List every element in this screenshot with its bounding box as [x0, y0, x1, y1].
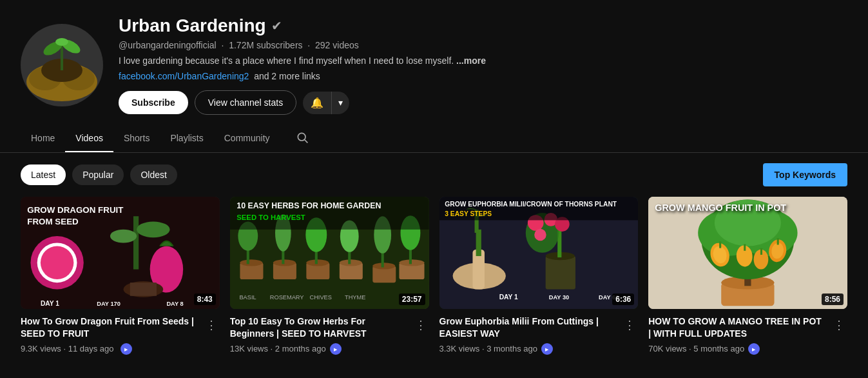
svg-point-13 [41, 246, 73, 279]
svg-point-7 [55, 38, 68, 46]
video-title-3: Grow Euphorbia Milii From Cuttings | EAS… [439, 315, 617, 341]
svg-rect-64 [476, 230, 481, 256]
notification-bell-button[interactable]: 🔔 [303, 92, 331, 114]
channel-video-count: 292 videos [315, 40, 359, 50]
channel-more-links: and 2 more links [251, 71, 320, 81]
video-card-4[interactable]: GROW MANGO FRUIT IN POT 8:56 HOW TO GROW… [648, 197, 847, 355]
video-details-1: How To Grow Dragon Fruit From Seeds | SE… [21, 315, 198, 355]
svg-text:DAY 30: DAY 30 [548, 294, 568, 301]
video-details-3: Grow Euphorbia Milii From Cuttings | EAS… [439, 315, 617, 355]
channel-meta: @urbangardeningofficial · 1.72M subscrib… [119, 40, 847, 50]
svg-text:DAY 8: DAY 8 [166, 301, 183, 307]
video-info-4: HOW TO GROW A MANGO TREE IN POT | WITH F… [648, 309, 847, 355]
svg-text:DAY 170: DAY 170 [97, 301, 121, 307]
filter-popular[interactable]: Popular [72, 164, 124, 185]
svg-rect-92 [719, 241, 721, 248]
channel-info: Urban Gardening ✔ @urbangardeningofficia… [119, 15, 847, 115]
svg-text:FROM SEED: FROM SEED [27, 217, 79, 226]
filter-oldest[interactable]: Oldest [130, 164, 177, 185]
channel-avatar [21, 24, 103, 106]
video-title-4: HOW TO GROW A MANGO TREE IN POT | WITH F… [648, 315, 825, 341]
svg-text:DAY 1: DAY 1 [499, 293, 517, 301]
video-more-button-3[interactable]: ⋮ [621, 317, 638, 333]
subscribe-button[interactable]: Subscribe [119, 91, 188, 114]
filter-latest[interactable]: Latest [21, 164, 66, 185]
video-stats-4: 70K views · 5 months ago ▶ [648, 343, 825, 355]
channel-icon-2: ▶ [330, 343, 342, 355]
channel-search-icon[interactable] [291, 126, 314, 152]
tab-community[interactable]: Community [214, 125, 280, 152]
svg-point-29 [240, 259, 262, 266]
svg-text:GROW EUPHORBIA MILII/CROWN OF : GROW EUPHORBIA MILII/CROWN OF THORNS PLA… [445, 201, 617, 208]
tab-videos[interactable]: Videos [65, 125, 113, 152]
channel-icon-4: ▶ [748, 343, 760, 355]
svg-text:10 EASY HERBS FOR HOME GARDEN: 10 EASY HERBS FOR HOME GARDEN [236, 201, 381, 210]
channel-header: Urban Gardening ✔ @urbangardeningofficia… [0, 0, 868, 115]
tab-shorts[interactable]: Shorts [113, 125, 160, 152]
tab-home[interactable]: Home [21, 125, 65, 152]
channel-name-row: Urban Gardening ✔ [119, 15, 847, 36]
view-stats-button[interactable]: View channel stats [195, 90, 296, 115]
video-card-3[interactable]: DAY 1 DAY 30 DAY 60 GROW EUPHORBIA MILII… [439, 197, 639, 355]
video-card-2[interactable]: BASIL ROSEMARY CHIVES THYME 10 EASY HERB… [230, 197, 429, 355]
svg-point-16 [110, 230, 137, 243]
svg-point-41 [340, 259, 362, 266]
video-thumbnail-3: DAY 1 DAY 30 DAY 60 GROW EUPHORBIA MILII… [439, 197, 639, 309]
svg-point-49 [399, 259, 424, 266]
svg-text:BASIL: BASIL [239, 294, 256, 301]
svg-rect-66 [545, 256, 575, 289]
verified-icon: ✔ [271, 18, 282, 34]
video-title-2: Top 10 Easy To Grow Herbs For Beginners … [230, 315, 407, 341]
video-info-2: Top 10 Easy To Grow Herbs For Beginners … [230, 309, 429, 355]
channel-navigation: Home Videos Shorts Playlists Community [0, 125, 868, 153]
channel-facebook-link[interactable]: facebook.com/UrbanGardening2 [119, 71, 249, 81]
duration-4: 8:56 [822, 293, 844, 305]
svg-text:GROW MANGO FRUIT IN POT: GROW MANGO FRUIT IN POT [655, 203, 787, 213]
svg-text:ROSEMARY: ROSEMARY [270, 294, 304, 301]
video-more-button-4[interactable]: ⋮ [831, 317, 847, 333]
video-card-1[interactable]: DAY 1 DAY 170 DAY 8 GROW DRAGON FRUIT FR… [21, 197, 220, 355]
videos-grid: DAY 1 DAY 170 DAY 8 GROW DRAGON FRUIT FR… [0, 197, 868, 370]
video-info-3: Grow Euphorbia Milii From Cuttings | EAS… [439, 309, 639, 355]
video-details-2: Top 10 Easy To Grow Herbs For Beginners … [230, 315, 407, 355]
svg-text:3 EASY STEPS: 3 EASY STEPS [445, 210, 492, 217]
svg-text:DAY 1: DAY 1 [41, 300, 59, 307]
duration-3: 6:36 [612, 293, 634, 305]
video-thumbnail-4: GROW MANGO FRUIT IN POT 8:56 [648, 197, 847, 309]
svg-rect-14 [133, 216, 139, 269]
channel-description: I love gardening because it's a place wh… [119, 55, 847, 66]
svg-point-15 [137, 221, 169, 237]
svg-rect-19 [130, 283, 157, 296]
channel-links: facebook.com/UrbanGardening2 and 2 more … [119, 71, 847, 81]
svg-text:SEED TO HARVEST: SEED TO HARVEST [236, 214, 305, 221]
svg-text:CHIVES: CHIVES [309, 294, 331, 301]
video-thumbnail-2: BASIL ROSEMARY CHIVES THYME 10 EASY HERB… [230, 197, 429, 309]
channel-name: Urban Gardening [119, 15, 266, 36]
tab-playlists[interactable]: Playlists [160, 125, 213, 152]
svg-line-9 [304, 139, 307, 143]
svg-text:GROW DRAGON FRUIT: GROW DRAGON FRUIT [27, 205, 124, 215]
top-keywords-button[interactable]: Top Keywords [763, 163, 847, 186]
video-title-1: How To Grow Dragon Fruit From Seeds | SE… [21, 315, 198, 341]
svg-point-73 [534, 229, 546, 241]
filter-buttons: Latest Popular Oldest [21, 164, 177, 185]
svg-rect-95 [777, 238, 779, 244]
description-more-link[interactable]: ...more [456, 55, 486, 66]
svg-rect-99 [760, 248, 762, 255]
video-stats-2: 13K views · 2 months ago ▶ [230, 343, 407, 355]
video-stats-1: 9.3K views · 11 days ago ▶ [21, 343, 198, 355]
duration-1: 8:43 [194, 293, 216, 305]
channel-actions: Subscribe View channel stats 🔔 ▾ [119, 90, 847, 115]
video-info-1: How To Grow Dragon Fruit From Seeds | SE… [21, 309, 220, 355]
svg-rect-97 [744, 244, 746, 250]
notification-button-group: 🔔 ▾ [303, 92, 349, 114]
channel-handle: @urbangardeningofficial [119, 40, 217, 50]
video-more-button-2[interactable]: ⋮ [412, 317, 429, 333]
notification-chevron-button[interactable]: ▾ [331, 92, 349, 114]
video-more-button-1[interactable]: ⋮ [203, 317, 220, 333]
channel-icon-3: ▶ [541, 343, 553, 355]
channel-icon-1: ▶ [121, 343, 132, 355]
filter-bar: Latest Popular Oldest Top Keywords [0, 153, 868, 197]
svg-point-8 [298, 133, 305, 141]
video-thumbnail-1: DAY 1 DAY 170 DAY 8 GROW DRAGON FRUIT FR… [21, 197, 220, 309]
